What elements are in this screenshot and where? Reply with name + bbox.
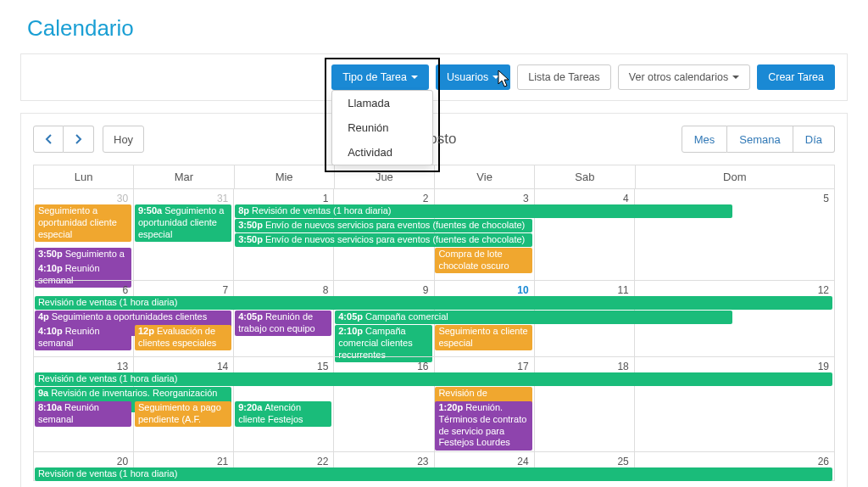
tipo-tarea-label: Tipo de Tarea [342,71,407,83]
ver-otros-button[interactable]: Ver otros calendarios [618,64,750,90]
event-time: 8:10a [38,402,62,412]
event-title: Envío de nuevos servicios para eventos (… [265,220,525,230]
event-time: 4:10p [38,263,63,273]
dow-cell: Dom [635,165,835,188]
tipo-tarea-dropdown: LlamadaReuniónActividad [331,90,433,165]
chevron-right-icon [75,134,82,144]
calendar-event[interactable]: Revisión de ventas (1 hora diaria) [35,467,832,481]
calendar-event[interactable]: Compra de lote chocolate oscuro [435,248,531,273]
day-cell[interactable]: 16 [333,357,433,451]
week-row: 303112345Seguimiento a oportunidad clien… [33,188,834,280]
dow-cell: Lun [33,165,133,188]
prev-button[interactable] [33,126,64,153]
next-button[interactable] [64,126,94,153]
event-title: Revisión de ventas (1 hora diaria) [38,297,177,307]
event-time: 4p [38,311,49,322]
weeks-host: 303112345Seguimiento a oportunidad clien… [33,188,834,480]
calendar-event[interactable]: 9:50aSeguimiento a oportunidad cliente e… [135,204,231,242]
event-title: Revisión de ventas (1 hora diaria) [38,373,177,383]
day-cell[interactable]: 19 [634,357,834,451]
calendar-event[interactable]: Seguimiento a pago pendiente (A.F. Lourd… [135,401,231,427]
usuarios-label: Usuarios [447,71,488,83]
caret-down-icon [492,76,499,79]
day-cell[interactable]: 18 [534,357,634,451]
caret-down-icon [411,76,418,79]
calendar-event[interactable]: 1:20pReunión. Términos de contrato de se… [435,401,531,451]
event-title: Envío de nuevos servicios para eventos (… [265,234,525,244]
calendar-event[interactable]: 8:10aReunión semanal [35,401,131,427]
dow-cell: Mie [234,165,334,188]
dow-cell: Sab [534,165,634,188]
day-cell[interactable]: 4 [534,189,634,280]
dow-cell: Mar [133,165,233,188]
view-group: Mes Semana Día [682,126,835,153]
calendar-card: Hoy Agosto Mes Semana Día LunMarMieJueVi… [20,113,848,487]
event-time: 3:50p [38,249,63,259]
event-time: 4:05p [338,311,363,322]
tipo-tarea-button[interactable]: Tipo de Tarea [331,64,429,90]
calendar-event[interactable]: Revisión de ventas (1 hora diaria) [35,372,832,386]
calendar-event[interactable]: 8pRevisión de ventas (1 hora diaria) [235,204,732,218]
caret-down-icon [732,76,739,79]
day-cell[interactable]: 5 [634,189,834,280]
calendar-grid: LunMarMieJueVieSabDom 303112345Seguimien… [33,165,835,481]
event-time: 3:50p [238,234,263,244]
view-day[interactable]: Día [793,126,835,153]
dropdown-item[interactable]: Reunión [332,115,432,140]
week-row: 13141516171819Revisión de ventas (1 hora… [33,356,834,451]
ver-otros-label: Ver otros calendarios [629,71,728,83]
event-time: 8p [238,205,249,216]
toolbar-card: Tipo de Tarea Usuarios Lista de Tareas V… [20,53,848,101]
calendar-event[interactable]: Revisión de ventas (1 hora diaria) [35,296,832,310]
nav-arrows [33,126,94,153]
chevron-left-icon [45,134,52,144]
event-time: 4:05p [238,311,263,322]
week-row: 20212223242526Revisión de ventas (1 hora… [33,451,834,480]
calendar-event[interactable]: 3:50pEnvío de nuevos servicios para even… [235,219,532,232]
week-row: 6789101112Revisión de ventas (1 hora dia… [33,280,834,356]
calendar-nav-row: Hoy Agosto Mes Semana Día [33,126,835,153]
event-time: 9:50a [138,205,162,216]
page-title: Calendario [0,0,868,53]
dow-row: LunMarMieJueVieSabDom [33,165,834,188]
usuarios-button[interactable]: Usuarios [436,64,510,90]
event-time: 9a [38,388,48,398]
view-week[interactable]: Semana [727,126,793,153]
event-title: Compra de lote chocolate oscuro [438,249,509,271]
event-time: 2:10p [338,326,363,336]
event-title: Seguimiento a pago pendiente (A.F. Lourd… [138,402,221,427]
event-time: 4:10p [38,326,63,336]
event-title: Campaña comercial [365,311,448,322]
calendar-event[interactable]: 4:10pReunión semanal [35,325,131,350]
dropdown-item[interactable]: Llamada [332,91,432,115]
calendar-event[interactable]: 9:20aAtención cliente Festejos Lourdes [235,401,331,427]
dow-cell: Jue [334,165,434,188]
calendar-event[interactable]: 4:05pCampaña comercial [335,311,732,324]
event-title: Revisión de ventas (1 hora diaria) [38,468,177,479]
dropdown-item[interactable]: Actividad [332,140,432,165]
event-time: 9:20a [238,402,262,412]
crear-tarea-button[interactable]: Crear Tarea [757,64,835,90]
event-title: Revisión de ventas (1 hora diaria) [252,205,391,216]
event-time: 1:20p [438,402,463,412]
event-time: 3:50p [238,220,263,230]
calendar-event[interactable]: Seguimiento a oportunidad cliente especi… [35,204,131,242]
view-month[interactable]: Mes [682,126,728,153]
calendar-event[interactable]: Seguimiento a cliente especial [435,325,531,350]
dow-cell: Vie [434,165,534,188]
calendar-event[interactable]: 3:50pEnvío de nuevos servicios para even… [235,233,532,247]
event-time: 12p [138,326,154,336]
event-title: Seguimiento a cliente especial [438,326,527,348]
lista-tareas-button[interactable]: Lista de Tareas [517,64,611,90]
today-button[interactable]: Hoy [103,126,144,153]
calendar-event[interactable]: 4:05pReunión de trabajo con equipo [235,311,331,336]
event-title: Seguimiento a oportunidad cliente especi… [38,205,117,239]
toolbar-row: Tipo de Tarea Usuarios Lista de Tareas V… [21,54,847,100]
calendar-event[interactable]: 12pEvaluación de clientes especiales [135,325,231,350]
